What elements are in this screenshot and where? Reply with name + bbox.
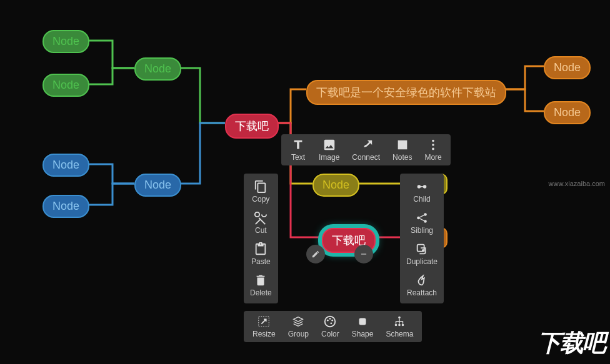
duplicate-button[interactable]: Duplicate [400,239,444,270]
connect-button[interactable]: Connect [346,134,386,165]
node-root[interactable]: 下载吧 [225,114,279,139]
sibling-button[interactable]: Sibling [404,207,439,239]
node-blue-1[interactable]: Node [42,154,89,177]
node-orange-1[interactable]: Node [544,56,591,79]
svg-point-18 [395,324,398,327]
svg-point-6 [417,217,420,220]
node-orange-long[interactable]: 下载吧是一个安全绿色的软件下载站 [306,80,506,105]
svg-point-13 [329,318,331,320]
reattach-button[interactable]: Reattach [401,270,443,301]
svg-point-19 [399,324,401,327]
node-yellow-1[interactable]: Node [312,174,359,197]
schema-button[interactable]: Schema [379,311,419,342]
toolbar-bottom: Resize Group Color Shape Schema [244,311,422,342]
svg-point-5 [423,185,427,189]
paste-button[interactable]: Paste [245,239,277,270]
image-button[interactable]: Image [312,134,346,165]
notes-button[interactable]: Notes [386,134,418,165]
shape-button[interactable]: Shape [346,311,380,342]
toolbar-right: Child Sibling Duplicate Reattach [400,174,444,303]
svg-point-4 [418,185,421,189]
logo: 下载吧 [538,327,605,359]
node-orange-2[interactable]: Node [544,101,591,124]
child-button[interactable]: Child [407,176,436,207]
edit-button[interactable] [306,245,325,263]
svg-point-17 [399,317,401,319]
toolbar-top: Text Image Connect Notes More [281,134,451,165]
svg-point-12 [327,320,329,322]
svg-point-2 [432,144,434,146]
cut-button[interactable]: Cut [246,207,275,239]
node-green-3[interactable]: Node [134,57,181,81]
svg-rect-0 [361,253,366,254]
color-button[interactable]: Color [315,311,346,342]
node-green-2[interactable]: Node [42,74,89,97]
node-blue-2[interactable]: Node [42,195,89,218]
svg-point-20 [402,324,404,327]
node-green-1[interactable]: Node [42,30,89,53]
group-button[interactable]: Group [282,311,315,342]
node-blue-3[interactable]: Node [134,174,181,197]
minus-button[interactable] [354,245,373,263]
resize-button[interactable]: Resize [246,311,282,342]
svg-point-1 [432,140,434,142]
connector-lines [0,0,610,364]
svg-point-7 [424,213,427,216]
svg-rect-16 [359,318,366,325]
toolbar-left: Copy Cut Paste Delete [244,174,278,303]
watermark: www.xiazaiba.com [549,180,605,187]
text-button[interactable]: Text [284,134,312,165]
svg-point-8 [424,220,427,223]
svg-point-3 [432,148,434,150]
delete-button[interactable]: Delete [244,270,278,301]
svg-point-15 [331,322,332,324]
more-button[interactable]: More [418,134,448,165]
copy-button[interactable]: Copy [246,176,276,207]
svg-point-14 [332,320,334,322]
